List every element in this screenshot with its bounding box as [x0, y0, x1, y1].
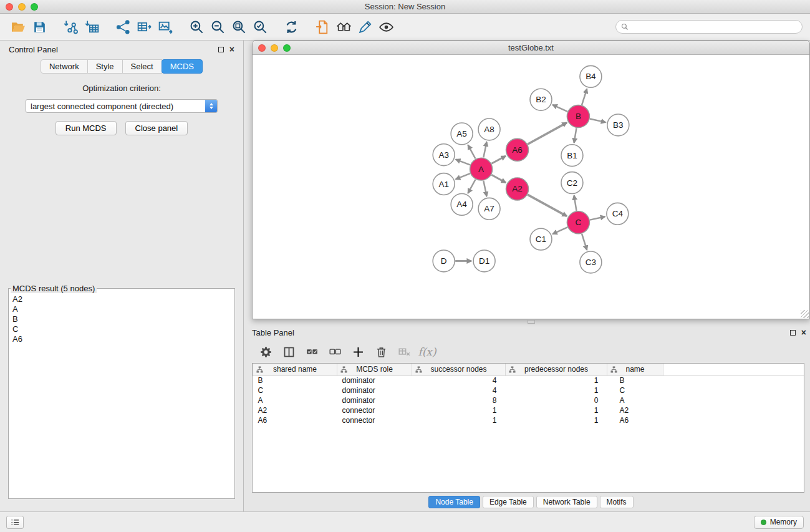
save-session-icon[interactable]	[29, 17, 50, 37]
style-edit-icon[interactable]	[354, 17, 375, 37]
column-header-successor-nodes[interactable]: successor nodes	[412, 364, 506, 375]
criterion-dropdown[interactable]: largest connected component (directed)	[26, 99, 218, 113]
network-edge-A-A8[interactable]	[483, 142, 486, 157]
float-panel-icon[interactable]	[218, 47, 224, 52]
network-node-C1[interactable]: C1	[530, 228, 552, 250]
select-all-icon[interactable]	[303, 343, 321, 360]
delete-column-icon[interactable]	[372, 343, 390, 360]
table-settings-icon[interactable]	[257, 343, 274, 360]
result-item[interactable]: A2	[9, 294, 234, 304]
network-node-C[interactable]: C	[567, 211, 589, 234]
export-image-icon[interactable]	[155, 17, 176, 37]
zoom-fit-icon[interactable]	[228, 17, 249, 37]
network-edge-A-A3[interactable]	[456, 160, 470, 165]
zoom-window-button[interactable]	[31, 3, 38, 11]
result-item[interactable]: C	[9, 324, 234, 334]
network-node-D[interactable]: D	[433, 250, 455, 272]
network-edge-A6-B[interactable]	[528, 123, 567, 145]
table-row[interactable]: Cdominator41C	[253, 385, 804, 395]
table-row[interactable]: A6connector11A6	[253, 415, 804, 425]
network-edge-A-A6[interactable]	[491, 156, 506, 163]
column-header-predecessor-nodes[interactable]: predecessor nodes	[506, 364, 607, 375]
new-network-icon[interactable]	[112, 17, 133, 37]
network-node-A2[interactable]: A2	[506, 178, 529, 200]
network-edge-C-C3[interactable]	[582, 234, 587, 250]
home-icon[interactable]	[333, 17, 354, 37]
result-item[interactable]: A6	[9, 334, 234, 344]
tab-select[interactable]: Select	[122, 59, 162, 74]
run-mcds-button[interactable]: Run MCDS	[55, 121, 117, 135]
column-header-name[interactable]: name	[607, 364, 663, 375]
open-session-icon[interactable]	[7, 17, 29, 37]
network-edge-B-B4[interactable]	[582, 89, 587, 105]
network-zoom-button[interactable]	[283, 44, 291, 52]
network-edge-A-A4[interactable]	[468, 180, 475, 193]
zoom-in-icon[interactable]	[186, 17, 207, 37]
network-edge-B-B3[interactable]	[590, 119, 605, 123]
network-edge-A-A7[interactable]	[483, 181, 486, 196]
table-float-panel-icon[interactable]	[790, 330, 796, 336]
minimize-window-button[interactable]	[18, 3, 26, 11]
column-header-MCDS-role[interactable]: MCDS role	[337, 364, 412, 375]
network-node-B3[interactable]: B3	[607, 114, 629, 136]
zoom-out-icon[interactable]	[207, 17, 228, 37]
tab-mcds[interactable]: MCDS	[162, 59, 203, 74]
network-node-A7[interactable]: A7	[478, 198, 500, 220]
network-edge-C-C1[interactable]	[552, 227, 567, 234]
search-input[interactable]	[632, 22, 797, 31]
tab-style[interactable]: Style	[87, 59, 123, 74]
network-node-A6[interactable]: A6	[506, 138, 529, 161]
resize-grip-icon[interactable]	[801, 310, 809, 318]
show-hide-details-icon[interactable]	[375, 17, 397, 37]
result-item[interactable]: A	[9, 304, 234, 314]
table-row[interactable]: A2connector11A2	[253, 405, 804, 415]
divider-handle[interactable]	[528, 320, 535, 324]
network-edge-A-A2[interactable]	[491, 175, 506, 183]
tab-network-table[interactable]: Network Table	[536, 496, 597, 508]
add-column-icon[interactable]	[349, 343, 367, 360]
network-node-B2[interactable]: B2	[530, 89, 552, 110]
close-panel-icon[interactable]: ×	[229, 46, 234, 52]
network-node-A4[interactable]: A4	[451, 193, 473, 215]
result-item[interactable]: B	[9, 314, 234, 324]
network-edge-A2-C[interactable]	[528, 195, 567, 216]
tab-network[interactable]: Network	[41, 59, 88, 74]
apply-preferred-layout-icon[interactable]	[281, 17, 302, 37]
column-visibility-icon[interactable]	[280, 343, 297, 360]
network-node-D1[interactable]: D1	[473, 250, 495, 272]
export-document-icon[interactable]	[312, 17, 333, 37]
column-header-shared-name[interactable]: shared name	[253, 364, 337, 375]
network-minimize-button[interactable]	[271, 44, 278, 52]
table-row[interactable]: Adominator80A	[253, 395, 804, 405]
delete-table-icon[interactable]	[395, 343, 413, 360]
network-edge-A-A1[interactable]	[456, 173, 470, 179]
network-edge-B-B2[interactable]	[552, 105, 567, 112]
import-network-from-file-icon[interactable]	[60, 17, 81, 37]
task-history-button[interactable]	[6, 516, 24, 529]
network-node-C3[interactable]: C3	[580, 251, 602, 273]
tab-node-table[interactable]: Node Table	[428, 496, 480, 508]
search-box[interactable]	[615, 20, 803, 34]
network-node-B1[interactable]: B1	[561, 145, 583, 167]
table-row[interactable]: Bdominator41B	[253, 375, 804, 385]
zoom-selected-icon[interactable]	[249, 17, 271, 37]
network-edge-C-C4[interactable]	[590, 216, 605, 220]
network-node-B4[interactable]: B4	[580, 65, 602, 87]
network-node-A[interactable]: A	[470, 158, 493, 180]
network-edge-B-B1[interactable]	[574, 128, 577, 143]
table-close-panel-icon[interactable]: ×	[801, 329, 806, 336]
close-panel-button[interactable]: Close panel	[125, 121, 188, 135]
network-node-C2[interactable]: C2	[561, 172, 583, 194]
close-window-button[interactable]	[6, 3, 13, 11]
network-close-button[interactable]	[258, 44, 266, 52]
network-node-A1[interactable]: A1	[433, 173, 455, 195]
clone-network-icon[interactable]	[133, 17, 155, 37]
network-node-A3[interactable]: A3	[433, 144, 455, 166]
network-node-C4[interactable]: C4	[607, 203, 629, 225]
network-edge-C-C2[interactable]	[574, 195, 577, 211]
tab-motifs[interactable]: Motifs	[600, 496, 634, 508]
import-table-from-file-icon[interactable]	[81, 17, 102, 37]
deselect-all-icon[interactable]	[326, 343, 344, 360]
network-node-B[interactable]: B	[567, 105, 589, 128]
network-canvas[interactable]: B4B2BB3A5A8A6A3B1AC2A1A2A4A7C4CC1DD1C3	[253, 55, 809, 319]
